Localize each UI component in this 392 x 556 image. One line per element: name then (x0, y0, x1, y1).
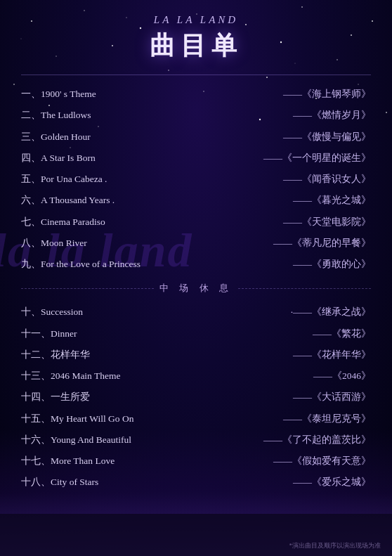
track-left: 六、A Thousand Years . (21, 193, 286, 207)
second-track-list: 十、Succession ·——《继承之战》 十一、Dinner ——《繁花》 … (21, 302, 371, 493)
track-source: ——《繁花》 (313, 327, 371, 341)
track-item: 二、The Ludlows ——《燃情岁月》 (21, 105, 371, 126)
track-left: 十四、一生所爱 (21, 390, 286, 404)
track-source: ——《泰坦尼克号》 (283, 412, 371, 426)
intermission-label: 中 场 休 息 (21, 282, 371, 295)
track-item: 九、For the Love of a Princess ——《勇敢的心》 (21, 254, 371, 275)
track-item: 四、A Star Is Born ——《一个明星的诞生》 (21, 148, 371, 169)
track-left: 十二、花样年华 (21, 348, 286, 362)
track-left: 十八、City of Stars (21, 475, 286, 489)
header: LA LA LAND 曲目单 (21, 14, 371, 63)
footnote: *演出曲目及顺序以演出现场为准 (289, 541, 381, 550)
track-item: 六、A Thousand Years . ——《暮光之城》 (21, 190, 371, 211)
track-source: ——《海上钢琴师》 (283, 87, 371, 101)
track-item: 八、Moon River ——《蒂凡尼的早餐》 (21, 233, 371, 254)
main-content: LA LA LAND 曲目单 一、1900' s Theme ——《海上钢琴师》… (0, 0, 392, 522)
track-source: ——《花样年华》 (293, 348, 371, 362)
track-left: 四、A Star Is Born (21, 151, 256, 165)
track-item: 七、Cinema Paradiso ——《天堂电影院》 (21, 212, 371, 233)
top-divider (21, 75, 371, 75)
track-left: 八、Moon River (21, 236, 266, 250)
track-item: 十七、More Than Love ——《假如爱有天意》 (21, 451, 371, 472)
track-source: ——《假如爱有天意》 (273, 454, 371, 468)
track-left: 十五、My Heart Will Go On (21, 412, 276, 426)
track-source: ——《天堂电影院》 (283, 215, 371, 229)
track-source: ——《闻香识女人》 (283, 172, 371, 186)
track-left: 五、Por Una Cabeza . (21, 172, 276, 186)
track-source: ——《了不起的盖茨比》 (263, 433, 371, 447)
track-item: 十四、一生所爱 ——《大话西游》 (21, 387, 371, 408)
track-item: 十五、My Heart Will Go On ——《泰坦尼克号》 (21, 408, 371, 429)
track-source: ——《傲慢与偏见》 (283, 130, 371, 144)
track-item: 十、Succession ·——《继承之战》 (21, 302, 371, 323)
track-item: 十八、City of Stars ——《爱乐之城》 (21, 472, 371, 493)
track-item: 三、Golden Hour ——《傲慢与偏见》 (21, 127, 371, 148)
track-source: ·——《继承之战》 (291, 305, 371, 319)
track-item: 五、Por Una Cabeza . ——《闻香识女人》 (21, 169, 371, 190)
track-source: ——《大话西游》 (293, 390, 371, 404)
track-item: 十六、Young And Beautiful ——《了不起的盖茨比》 (21, 429, 371, 451)
track-left: 十一、Dinner (21, 327, 306, 341)
title: 曲目单 (21, 29, 371, 63)
track-item: 十三、2046 Main Theme ——《2046》 (21, 366, 371, 387)
track-source: ——《暮光之城》 (293, 193, 371, 207)
track-item: 十一、Dinner ——《繁花》 (21, 323, 371, 344)
track-item: 十二、花样年华 ——《花样年华》 (21, 344, 371, 366)
track-left: 七、Cinema Paradiso (21, 215, 276, 229)
subtitle: LA LA LAND (21, 14, 371, 26)
track-source: ——《一个明星的诞生》 (263, 151, 371, 165)
first-track-list: 一、1900' s Theme ——《海上钢琴师》 二、The Ludlows … (21, 84, 371, 275)
track-left: 十六、Young And Beautiful (21, 433, 256, 447)
track-left: 十三、2046 Main Theme (21, 369, 306, 383)
track-source: ——《勇敢的心》 (293, 257, 371, 271)
track-left: 三、Golden Hour (21, 130, 276, 144)
track-source: ——《燃情岁月》 (293, 108, 371, 122)
track-left: 十七、More Than Love (21, 454, 266, 468)
track-item: 一、1900' s Theme ——《海上钢琴师》 (21, 84, 371, 105)
track-left: 十、Succession (21, 305, 284, 319)
track-source: ——《2046》 (313, 369, 371, 383)
track-left: 一、1900' s Theme (21, 87, 276, 101)
track-source: ——《蒂凡尼的早餐》 (273, 236, 371, 250)
track-left: 九、For the Love of a Princess (21, 257, 286, 271)
track-source: ——《爱乐之城》 (293, 475, 371, 489)
track-left: 二、The Ludlows (21, 108, 286, 122)
